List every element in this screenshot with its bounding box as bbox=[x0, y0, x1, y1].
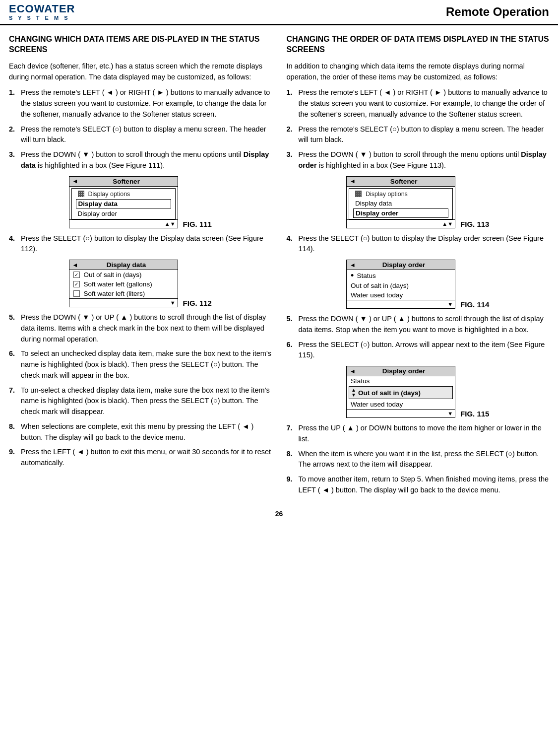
fig113-header: ◄ Softener bbox=[347, 177, 455, 187]
fig114-row-3: Water used today bbox=[347, 290, 455, 300]
fig113-row-display-options: Display options bbox=[351, 190, 450, 199]
r-step-text-5: Press the DOWN ( ▼ ) or UP ( ▲ ) buttons… bbox=[299, 314, 550, 336]
fig112-row-1: Out of salt in (days) bbox=[69, 270, 178, 279]
step-num-9: 9. bbox=[9, 447, 18, 469]
fig112-left-arrow: ◄ bbox=[72, 262, 78, 269]
fig115-row-3: Water used today bbox=[347, 400, 455, 409]
fig112-row-2: Soft water left (gallons) bbox=[69, 279, 178, 289]
r-step-text-7: Press the UP ( ▲ ) or DOWN buttons to mo… bbox=[299, 423, 550, 445]
fig113-title: Softener bbox=[390, 178, 418, 185]
step-3: 3. Press the DOWN ( ▼ ) button to scroll… bbox=[9, 149, 272, 171]
step-text-6: To select an unchecked display data item… bbox=[21, 348, 272, 381]
r-step-5: 5. Press the DOWN ( ▼ ) or UP ( ▲ ) butt… bbox=[287, 314, 550, 336]
step-text-9: Press the LEFT ( ◄ ) button to exit this… bbox=[21, 447, 272, 469]
step-4: 4. Press the SELECT (○) button to displa… bbox=[9, 233, 272, 255]
left-intro: Each device (softener, filter, etc.) has… bbox=[9, 61, 272, 83]
checkbox-3 bbox=[73, 290, 80, 297]
fig113-arrows: ▲▼ bbox=[442, 221, 453, 227]
fig112-row-3: Soft water left (liters) bbox=[69, 289, 178, 298]
step-num-1: 1. bbox=[9, 87, 18, 120]
fig115-left-arrow: ◄ bbox=[350, 368, 356, 375]
right-column: CHANGING THE ORDER OF DATA ITEMS DISPLAY… bbox=[287, 34, 550, 499]
right-steps-4: 7. Press the UP ( ▲ ) or DOWN buttons to… bbox=[287, 423, 550, 496]
fig115-footer: ▼ bbox=[347, 409, 455, 417]
fig114-left-arrow: ◄ bbox=[350, 262, 356, 269]
r-step-1: 1. Press the remote's LEFT ( ◄ ) or RIGH… bbox=[287, 87, 550, 120]
fig113-row-display-data: Display data bbox=[351, 199, 450, 208]
r-step-num-3: 3. bbox=[287, 149, 296, 171]
fig115-title: Display order bbox=[382, 367, 425, 375]
fig115-label: FIG. 115 bbox=[460, 410, 489, 418]
fig111-row-display-data: Display data bbox=[76, 199, 171, 208]
right-intro: In addition to changing which data items… bbox=[287, 61, 550, 83]
left-steps-3: 5. Press the DOWN ( ▼ ) or UP ( ▲ ) butt… bbox=[9, 312, 272, 469]
left-steps-2: 4. Press the SELECT (○) button to displa… bbox=[9, 233, 272, 255]
checkbox-2 bbox=[73, 281, 80, 287]
fig111-arrows: ▲▼ bbox=[165, 221, 176, 227]
step-7: 7. To un-select a checked display data i… bbox=[9, 385, 272, 417]
step-num-8: 8. bbox=[9, 421, 18, 443]
r-step-text-4: Press the SELECT (○) button to display t… bbox=[299, 233, 550, 255]
fig111-label: FIG. 111 bbox=[183, 220, 212, 228]
fig111-row-display-options: Display options bbox=[74, 190, 173, 199]
updown-arrows-icon: ▲ ▼ bbox=[351, 388, 356, 398]
fig115-row-1: Status bbox=[347, 376, 455, 386]
r-step-2: 2. Press the remote's SELECT (○) button … bbox=[287, 124, 550, 146]
r-step-text-9: To move another item, return to Step 5. … bbox=[299, 474, 550, 496]
r-step-8: 8. When the item is where you want it in… bbox=[287, 449, 550, 471]
page-header: ECOWATER S Y S T E M S Remote Operation bbox=[0, 0, 558, 25]
fig111-left-arrow: ◄ bbox=[72, 178, 78, 185]
step-text-1: Press the remote's LEFT ( ◄ ) or RIGHT (… bbox=[21, 87, 272, 120]
fig114-row-2: Out of salt in (days) bbox=[347, 281, 455, 290]
r-step-text-6: Press the SELECT (○) button. Arrows will… bbox=[299, 340, 550, 361]
fig113-footer: ▲▼ bbox=[347, 219, 455, 228]
fig112-title: Display data bbox=[107, 261, 146, 269]
fig111-title: Softener bbox=[113, 178, 140, 185]
fig111-header: ◄ Softener bbox=[69, 177, 178, 187]
figure-111-box: ◄ Softener Display options Display data … bbox=[69, 176, 178, 228]
fig113-label: FIG. 113 bbox=[460, 220, 489, 228]
r-step-num-6: 6. bbox=[287, 340, 296, 361]
r-step-num-7: 7. bbox=[287, 423, 296, 445]
r-step-text-3: Press the DOWN ( ▼ ) button to scroll th… bbox=[299, 149, 550, 171]
main-content: CHANGING WHICH DATA ITEMS ARE DIS-PLAYED… bbox=[0, 25, 558, 504]
fig112-arrows: ▼ bbox=[170, 300, 176, 306]
fig115-arrows: ▼ bbox=[447, 411, 453, 416]
figure-112-wrap: ◄ Display data Out of salt in (days) Sof… bbox=[9, 260, 272, 307]
fig111-row-display-order: Display order bbox=[74, 209, 173, 218]
r-step-9: 9. To move another item, return to Step … bbox=[287, 474, 550, 496]
r-step-text-1: Press the remote's LEFT ( ◄ ) or RIGHT (… bbox=[299, 87, 550, 120]
figure-114-box: ◄ Display order • Status Out of salt in … bbox=[346, 260, 455, 309]
r-step-text-8: When the item is where you want it in th… bbox=[299, 449, 550, 471]
logo-ecowater: ECOWATER bbox=[9, 3, 75, 15]
step-text-8: When selections are complete, exit this … bbox=[21, 421, 272, 443]
fig112-label: FIG. 112 bbox=[183, 299, 212, 307]
step-num-2: 2. bbox=[9, 124, 18, 146]
checkbox-1 bbox=[73, 272, 80, 278]
r-step-7: 7. Press the UP ( ▲ ) or DOWN buttons to… bbox=[287, 423, 550, 445]
right-steps-2: 4. Press the SELECT (○) button to displa… bbox=[287, 233, 550, 255]
step-text-7: To un-select a checked display data item… bbox=[21, 385, 272, 417]
page-number: 26 bbox=[0, 505, 558, 521]
fig114-arrows: ▼ bbox=[447, 301, 453, 307]
right-steps-1: 1. Press the remote's LEFT ( ◄ ) or RIGH… bbox=[287, 87, 550, 171]
step-2: 2. Press the remote's SELECT (○) button … bbox=[9, 124, 272, 146]
figure-114-wrap: ◄ Display order • Status Out of salt in … bbox=[287, 260, 550, 309]
left-steps-1: 1. Press the remote's LEFT ( ◄ ) or RIGH… bbox=[9, 87, 272, 171]
r-step-num-5: 5. bbox=[287, 314, 296, 336]
step-text-5: Press the DOWN ( ▼ ) or UP ( ▲ ) buttons… bbox=[21, 312, 272, 344]
r-step-num-8: 8. bbox=[287, 449, 296, 471]
step-num-6: 6. bbox=[9, 348, 18, 381]
fig111-footer: ▲▼ bbox=[69, 219, 178, 228]
grid-icon-2 bbox=[355, 191, 362, 197]
grid-icon bbox=[78, 191, 84, 197]
r-step-3: 3. Press the DOWN ( ▼ ) button to scroll… bbox=[287, 149, 550, 171]
fig114-row-1: • Status bbox=[347, 270, 455, 281]
left-section-heading: CHANGING WHICH DATA ITEMS ARE DIS-PLAYED… bbox=[9, 34, 272, 55]
step-1: 1. Press the remote's LEFT ( ◄ ) or RIGH… bbox=[9, 87, 272, 120]
fig112-footer: ▼ bbox=[69, 298, 178, 307]
fig114-title: Display order bbox=[382, 261, 425, 269]
fig113-row-display-order: Display order bbox=[353, 208, 448, 218]
figure-115-box: ◄ Display order Status ▲ ▼ Out of salt i… bbox=[346, 366, 455, 418]
r-step-6: 6. Press the SELECT (○) button. Arrows w… bbox=[287, 340, 550, 361]
